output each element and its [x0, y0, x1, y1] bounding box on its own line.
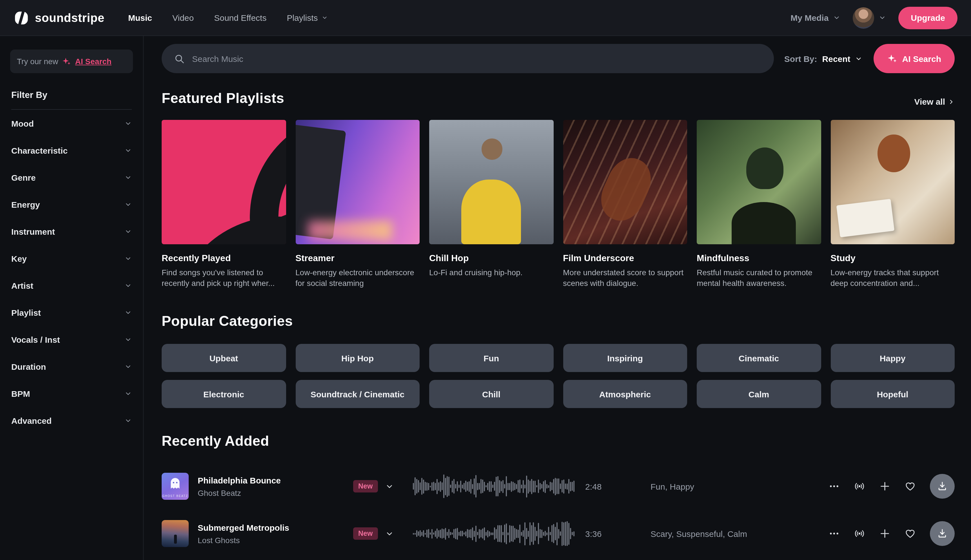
chevron-down-icon [124, 309, 132, 316]
category-happy[interactable]: Happy [831, 344, 955, 372]
ai-search-button[interactable]: AI Search [874, 44, 955, 73]
add-to-playlist-icon[interactable] [879, 528, 891, 540]
category-cinematic[interactable]: Cinematic [697, 344, 821, 372]
category-upbeat[interactable]: Upbeat [162, 344, 286, 372]
ai-search-promo[interactable]: Try our new AI Search [10, 50, 133, 73]
sparkles-icon [62, 57, 71, 66]
view-all-link[interactable]: View all [914, 97, 955, 107]
track-tags[interactable]: Fun, Happy [650, 482, 819, 491]
track-artist[interactable]: Ghost Beatz [198, 488, 344, 498]
track-info[interactable]: Philadelphia Bounce Ghost Beatz [198, 476, 344, 498]
category-calm[interactable]: Calm [697, 380, 821, 408]
account-menu[interactable] [853, 7, 886, 28]
chevron-down-icon [833, 14, 840, 22]
tab-sound-effects[interactable]: Sound Effects [214, 13, 266, 23]
waveform[interactable] [413, 473, 576, 500]
section-title: Popular Categories [162, 313, 293, 330]
upgrade-button[interactable]: Upgrade [898, 7, 958, 29]
category-electronic[interactable]: Electronic [162, 380, 286, 408]
expand-chevron-icon[interactable] [385, 482, 393, 491]
brand-logo[interactable]: soundstripe [13, 10, 104, 26]
track-tags[interactable]: Scary, Suspenseful, Calm [650, 529, 819, 538]
download-button[interactable] [930, 522, 955, 546]
sidebar-item-vocals-inst[interactable]: Vocals / Inst [10, 326, 133, 353]
featured-playlists-grid: Recently Played Find songs you've listen… [162, 120, 955, 290]
search-input[interactable] [192, 54, 763, 63]
download-button[interactable] [930, 474, 955, 499]
filter-label: Artist [11, 280, 33, 290]
sidebar-item-bpm[interactable]: BPM [10, 380, 133, 407]
sidebar-item-artist[interactable]: Artist [10, 272, 133, 299]
headphones-pattern [162, 120, 286, 244]
tab-music[interactable]: Music [128, 13, 152, 23]
filter-sidebar: Try our new AI Search Filter By Mood Cha… [0, 36, 144, 560]
category-inspiring[interactable]: Inspiring [563, 344, 687, 372]
favorite-heart-icon[interactable] [904, 528, 916, 540]
sort-select[interactable]: Recent [822, 54, 862, 63]
sidebar-item-key[interactable]: Key [10, 245, 133, 272]
category-fun[interactable]: Fun [429, 344, 553, 372]
sidebar-item-characteristic[interactable]: Characteristic [10, 137, 133, 164]
similar-sounds-icon[interactable] [854, 481, 865, 492]
sidebar-item-instrument[interactable]: Instrument [10, 218, 133, 245]
waveform[interactable] [413, 521, 576, 547]
playlist-description: Restful music curated to promote mental … [697, 267, 821, 290]
filter-label: Playlist [11, 308, 41, 317]
ghost-icon [167, 476, 184, 493]
track-duration: 3:36 [585, 529, 642, 538]
playlist-card-chill-hop[interactable]: Chill Hop Lo-Fi and cruising hip-hop. [429, 120, 553, 290]
sidebar-item-energy[interactable]: Energy [10, 191, 133, 218]
playlist-card-recently-played[interactable]: Recently Played Find songs you've listen… [162, 120, 286, 290]
track-artwork[interactable] [162, 520, 189, 547]
popular-categories-header: Popular Categories [162, 313, 955, 330]
category-atmospheric[interactable]: Atmospheric [563, 380, 687, 408]
playlist-card-film-underscore[interactable]: Film Underscore More understated score t… [563, 120, 687, 290]
more-options-icon[interactable] [829, 481, 840, 492]
playlist-title: Chill Hop [429, 253, 553, 263]
expand-chevron-icon[interactable] [385, 530, 393, 538]
category-hopeful[interactable]: Hopeful [831, 380, 955, 408]
similar-sounds-icon[interactable] [854, 528, 865, 540]
tab-label: Sound Effects [214, 13, 266, 23]
sort-control: Sort By: Recent [784, 54, 862, 63]
favorite-heart-icon[interactable] [904, 481, 916, 492]
track-artist[interactable]: Lost Ghosts [198, 536, 344, 545]
chevron-down-icon [124, 336, 132, 343]
chevron-down-icon [124, 390, 132, 397]
playlist-title: Streamer [296, 253, 419, 263]
playlist-title: Mindfulness [697, 253, 821, 263]
category-soundtrack-cinematic[interactable]: Soundtrack / Cinematic [296, 380, 419, 408]
sidebar-item-duration[interactable]: Duration [10, 353, 133, 380]
main-content: Sort By: Recent AI Search Featured Playl… [144, 36, 971, 560]
category-chill[interactable]: Chill [429, 380, 553, 408]
chevron-down-icon [124, 120, 132, 127]
playlist-description: Low-energy electronic underscore for soc… [296, 267, 419, 290]
track-artwork[interactable]: GHOST BEATZ [162, 473, 189, 500]
track-info[interactable]: Submerged Metropolis Lost Ghosts [198, 523, 344, 545]
playlist-cover [162, 120, 286, 244]
tab-label: Music [128, 13, 152, 23]
playlist-description: More understated score to support scenes… [563, 267, 687, 290]
playlist-card-mindfulness[interactable]: Mindfulness Restful music curated to pro… [697, 120, 821, 290]
sidebar-item-playlist[interactable]: Playlist [10, 299, 133, 326]
my-media-menu[interactable]: My Media [791, 13, 840, 23]
sort-by-label: Sort By: [784, 54, 817, 63]
tab-playlists[interactable]: Playlists [287, 13, 328, 23]
app-window: soundstripe Music Video Sound Effects Pl… [0, 0, 971, 560]
more-options-icon[interactable] [829, 528, 840, 540]
search-bar [162, 44, 774, 73]
sidebar-item-genre[interactable]: Genre [10, 164, 133, 191]
track-actions [829, 474, 955, 499]
chevron-down-icon [124, 282, 132, 289]
category-hip-hop[interactable]: Hip Hop [296, 344, 419, 372]
sidebar-item-mood[interactable]: Mood [10, 110, 133, 137]
chevron-down-icon [124, 228, 132, 235]
add-to-playlist-icon[interactable] [879, 481, 891, 492]
playlist-card-streamer[interactable]: Streamer Low-energy electronic underscor… [296, 120, 419, 290]
tab-label: Playlists [287, 13, 318, 23]
view-all-label: View all [914, 97, 945, 107]
tab-video[interactable]: Video [172, 13, 194, 23]
sidebar-item-advanced[interactable]: Advanced [10, 407, 133, 434]
ai-search-link[interactable]: AI Search [75, 57, 112, 66]
playlist-card-study[interactable]: Study Low-energy tracks that support dee… [831, 120, 955, 290]
